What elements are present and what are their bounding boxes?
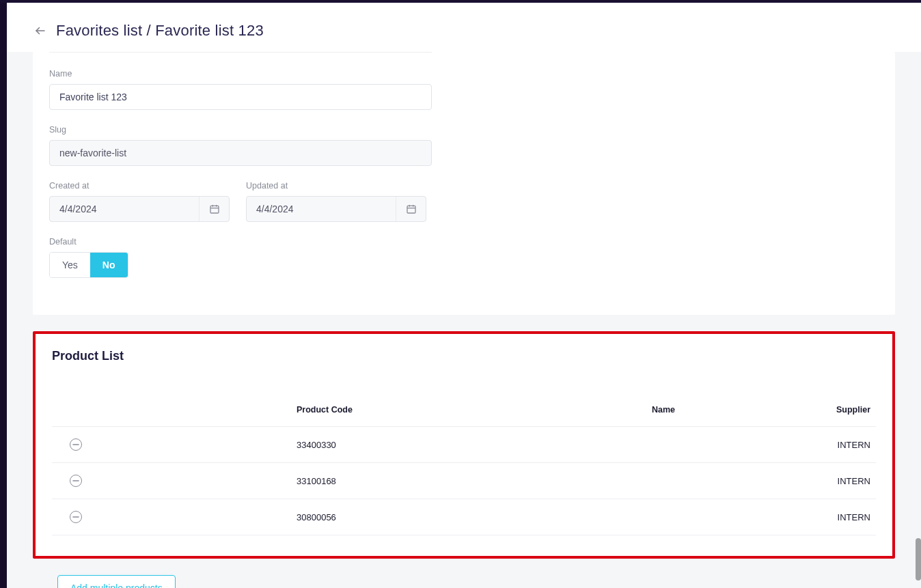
row-code: 33400330 xyxy=(291,427,646,463)
created-label: Created at xyxy=(49,181,230,191)
main-area: Favorites list / Favorite list 123 Name … xyxy=(7,3,921,588)
row-supplier: INTERN xyxy=(801,427,876,463)
name-label: Name xyxy=(49,69,432,79)
product-table: Product Code Name Supplier 33400330INTER… xyxy=(52,393,876,535)
updated-label: Updated at xyxy=(246,181,426,191)
row-name xyxy=(646,427,801,463)
default-yes-button[interactable]: Yes xyxy=(50,253,90,277)
updated-field-group: Updated at xyxy=(246,181,426,222)
col-supplier-header: Supplier xyxy=(801,393,876,427)
table-row: 33100168INTERN xyxy=(52,463,876,499)
remove-row-icon[interactable] xyxy=(70,475,82,487)
breadcrumb-sep: / xyxy=(142,22,155,39)
row-action-cell xyxy=(52,427,291,463)
row-code: 33100168 xyxy=(291,463,646,499)
table-header-row: Product Code Name Supplier xyxy=(52,393,876,427)
scrollbar-thumb[interactable] xyxy=(916,538,921,580)
product-list-card: Product List Product Code Name Supplier … xyxy=(33,331,895,559)
table-row: 30800056INTERN xyxy=(52,499,876,535)
row-action-cell xyxy=(52,463,291,499)
remove-row-icon[interactable] xyxy=(70,511,82,523)
table-row: 33400330INTERN xyxy=(52,427,876,463)
calendar-icon[interactable] xyxy=(199,197,229,221)
dates-row: Created at Updated at xyxy=(49,181,432,222)
svg-rect-1 xyxy=(210,206,219,213)
breadcrumb: Favorites list / Favorite list 123 xyxy=(56,22,264,40)
row-supplier: INTERN xyxy=(801,463,876,499)
row-name xyxy=(646,499,801,535)
default-toggle: Yes No xyxy=(49,252,128,278)
breadcrumb-root[interactable]: Favorites list xyxy=(56,22,142,39)
svg-rect-5 xyxy=(407,206,415,213)
col-name-header: Name xyxy=(646,393,801,427)
left-nav-sliver xyxy=(0,3,7,588)
name-input[interactable] xyxy=(49,84,432,110)
col-code-header: Product Code xyxy=(291,393,646,427)
back-arrow-icon[interactable] xyxy=(33,23,48,38)
default-label: Default xyxy=(49,237,432,247)
product-list-title: Product List xyxy=(52,349,876,363)
calendar-icon[interactable] xyxy=(396,197,426,221)
add-multiple-wrap: Add multiple products xyxy=(33,575,895,588)
row-action-cell xyxy=(52,499,291,535)
details-card: Name Slug Created at xyxy=(33,52,895,315)
default-no-button[interactable]: No xyxy=(90,253,128,277)
slug-input xyxy=(49,140,432,166)
breadcrumb-current: Favorite list 123 xyxy=(155,22,264,39)
remove-row-icon[interactable] xyxy=(70,438,82,451)
col-action-header xyxy=(52,393,291,427)
add-multiple-products-button[interactable]: Add multiple products xyxy=(57,575,176,588)
card-divider xyxy=(49,52,432,53)
slug-label: Slug xyxy=(49,125,432,135)
page-header: Favorites list / Favorite list 123 xyxy=(7,3,921,52)
default-field-group: Default Yes No xyxy=(49,237,432,278)
row-supplier: INTERN xyxy=(801,499,876,535)
row-name xyxy=(646,463,801,499)
row-code: 30800056 xyxy=(291,499,646,535)
name-field-group: Name xyxy=(49,69,432,110)
created-field-group: Created at xyxy=(49,181,230,222)
slug-field-group: Slug xyxy=(49,125,432,166)
